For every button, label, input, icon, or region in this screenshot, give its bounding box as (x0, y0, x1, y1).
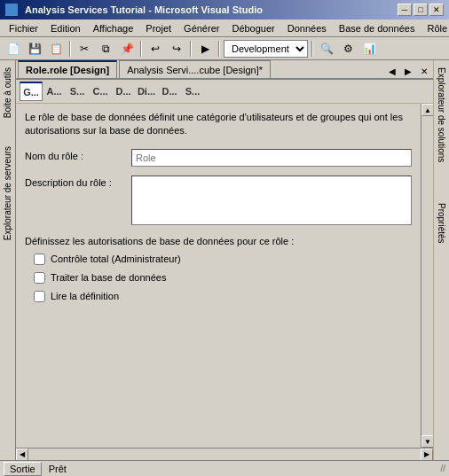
toolbar-btn-cut[interactable]: ✂ (75, 40, 94, 58)
toolbar-sep-3 (190, 41, 192, 57)
toolbar-sep-2 (140, 41, 142, 57)
menu-debogueur[interactable]: Déboguer (226, 22, 280, 35)
tab-role-label: Role.role [Design] (26, 65, 109, 75)
sidebar-label-explorateur-serveurs[interactable]: Explorateur de serveurs (1, 143, 14, 244)
role-description-textarea[interactable] (131, 176, 412, 225)
toolbar-btn-1[interactable]: 📄 (4, 40, 23, 58)
sub-tab-c[interactable]: C... (89, 82, 112, 101)
sub-tab-d1[interactable]: D... (112, 82, 135, 101)
sub-tab-d1-label: D... (114, 86, 132, 97)
menu-role[interactable]: Rôle (421, 22, 449, 35)
checkbox-row-read: Lire la définition (25, 291, 412, 302)
menu-edition[interactable]: Edition (45, 22, 86, 35)
status-bar: Sortie Prêt // (0, 460, 449, 476)
toolbar-btn-7[interactable]: 📊 (359, 40, 379, 58)
checkbox-process-label: Traiter la base de données (51, 272, 166, 283)
sub-tab-s2-label: S... (184, 86, 202, 97)
tab-nav-left[interactable]: ◀ (385, 65, 399, 78)
tabs-control: ◀ ▶ ✕ (385, 65, 431, 78)
checkbox-admin-label: Contrôle total (Administrateur) (51, 254, 181, 264)
checkbox-row-admin: Contrôle total (Administrateur) (25, 254, 412, 265)
toolbar-btn-undo[interactable]: ↩ (146, 40, 165, 58)
sub-tab-a-label: A... (44, 86, 63, 97)
title-bar-controls[interactable]: ─ □ ✕ (398, 4, 444, 16)
hscroll-track[interactable] (28, 449, 421, 460)
sidebar-label-explorateur-solutions[interactable]: Explorateur de solutions (435, 64, 448, 166)
role-name-row: Nom du rôle : (25, 149, 412, 167)
sub-tab-s[interactable]: S... (66, 82, 89, 101)
checkbox-read[interactable] (34, 291, 45, 302)
right-sidebar: Explorateur de solutions Propriétés (433, 60, 449, 460)
sub-tab-general[interactable]: G... (20, 82, 43, 101)
maximize-button[interactable]: □ (414, 4, 428, 16)
menu-projet[interactable]: Projet (140, 22, 177, 35)
title-bar: Analysis Services Tutorial - Microsoft V… (0, 0, 449, 20)
menu-fichier[interactable]: Fichier (4, 22, 43, 35)
menu-base-donnees[interactable]: Base de données (334, 22, 421, 35)
sub-tab-s-label: S... (68, 86, 87, 97)
checkbox-read-label: Lire la définition (51, 291, 119, 301)
menu-donnees[interactable]: Données (282, 22, 332, 35)
toolbar-btn-3[interactable]: 📋 (46, 40, 66, 58)
sub-tab-s2[interactable]: S... (181, 82, 204, 101)
tab-close-all[interactable]: ✕ (417, 65, 431, 78)
sidebar-label-proprietes[interactable]: Propriétés (435, 199, 448, 247)
sub-tab-d2[interactable]: D... (158, 82, 181, 101)
scroll-up-btn[interactable]: ▲ (421, 104, 433, 116)
toolbar-btn-paste[interactable]: 📌 (117, 40, 137, 58)
menu-generer[interactable]: Générer (178, 22, 224, 35)
toolbar-btn-play[interactable]: ▶ (195, 40, 215, 58)
vertical-scrollbar[interactable]: ▲ ▼ (421, 104, 433, 448)
minimize-button[interactable]: ─ (398, 4, 412, 16)
hscroll-left-btn[interactable]: ◀ (16, 449, 28, 461)
toolbar-btn-2[interactable]: 💾 (25, 40, 44, 58)
output-tab-label: Sortie (10, 464, 35, 474)
sidebar-label-boite-outils[interactable]: Boite à outils (1, 64, 14, 121)
tab-cube-label: Analysis Servi....cube [Design]* (127, 65, 263, 75)
tabs-row: Role.role [Design] Analysis Servi....cub… (16, 60, 433, 80)
tab-role-design[interactable]: Role.role [Design] (18, 60, 117, 78)
menu-bar: Fichier Edition Affichage Projet Générer… (0, 20, 449, 37)
build-config-dropdown[interactable]: Development Release (224, 40, 308, 58)
sub-tab-a[interactable]: A... (43, 82, 66, 101)
toolbar-sep-4 (218, 41, 220, 57)
checkbox-admin[interactable] (34, 254, 45, 265)
tab-nav-right[interactable]: ▶ (401, 65, 415, 78)
toolbar: 📄 💾 📋 ✂ ⧉ 📌 ↩ ↪ ▶ Development Release 🔍 … (0, 37, 449, 60)
permissions-title: Définissez les autorisations de base de … (25, 236, 412, 246)
role-description-row: Description du rôle : (25, 176, 412, 225)
title-bar-left: Analysis Services Tutorial - Microsoft V… (5, 4, 263, 16)
output-tab[interactable]: Sortie (4, 462, 42, 476)
toolbar-btn-copy[interactable]: ⧉ (96, 40, 115, 58)
content-area: Role.role [Design] Analysis Servi....cub… (16, 60, 433, 460)
menu-affichage[interactable]: Affichage (88, 22, 139, 35)
role-name-label: Nom du rôle : (25, 149, 131, 161)
scroll-down-btn[interactable]: ▼ (421, 435, 433, 448)
sub-tab-general-label: G... (21, 87, 41, 98)
sub-tab-di-label: Di... (136, 86, 157, 97)
panel-description: Le rôle de base de données définit une c… (25, 111, 412, 138)
title-text: Analysis Services Tutorial - Microsoft V… (25, 4, 263, 15)
close-button[interactable]: ✕ (429, 4, 444, 16)
status-text: Prêt (45, 464, 67, 474)
toolbar-btn-5[interactable]: 🔍 (317, 40, 336, 58)
sub-tab-di[interactable]: Di... (135, 82, 158, 101)
role-description-label: Description du rôle : (25, 176, 131, 188)
tab-cube-design[interactable]: Analysis Servi....cube [Design]* (119, 60, 271, 78)
app-icon (5, 4, 18, 16)
horizontal-scrollbar[interactable]: ◀ ▶ (16, 448, 433, 460)
sub-tabs: G... A... S... C... D... Di... D... S... (16, 80, 433, 104)
toolbar-sep-5 (311, 41, 313, 57)
scroll-track[interactable] (421, 116, 433, 435)
status-right: // (440, 464, 445, 473)
role-name-input[interactable] (131, 149, 412, 167)
toolbar-sep-1 (69, 41, 71, 57)
toolbar-btn-redo[interactable]: ↪ (167, 40, 186, 58)
checkbox-process[interactable] (34, 272, 45, 284)
toolbar-btn-6[interactable]: ⚙ (338, 40, 358, 58)
sub-tab-d2-label: D... (160, 86, 178, 97)
checkbox-row-process: Traiter la base de données (25, 272, 412, 284)
sub-tab-c-label: C... (91, 86, 109, 97)
design-panel: Le rôle de base de données définit une c… (16, 104, 421, 448)
hscroll-right-btn[interactable]: ▶ (421, 449, 433, 461)
